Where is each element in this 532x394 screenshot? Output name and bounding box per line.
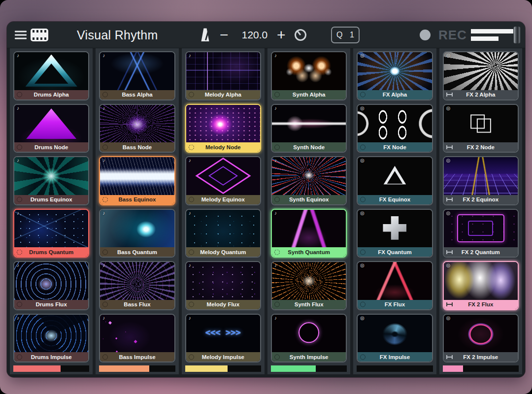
loop-circle-icon[interactable]: [274, 302, 280, 307]
loop-circle-icon[interactable]: [360, 197, 366, 202]
loop-circle-icon[interactable]: [189, 249, 194, 255]
clip-cell-fx2-flux[interactable]: ◎FX 2 Flux: [443, 261, 519, 310]
clip-cell-melody-impulse[interactable]: ♪Melody Impulse: [185, 314, 261, 363]
loop-circle-icon[interactable]: [360, 249, 366, 255]
clip-thumbnail-drums-impulse[interactable]: ♪: [14, 315, 88, 353]
hamburger-menu-icon[interactable]: [15, 31, 27, 39]
clip-thumbnail-drums-quantum[interactable]: ♪: [14, 210, 88, 248]
clip-cell-fx2-impulse[interactable]: ◎FX 2 Impulse: [443, 314, 519, 363]
loop-circle-icon[interactable]: [102, 249, 108, 255]
loop-circle-icon[interactable]: [360, 92, 366, 98]
clip-cell-drums-alpha[interactable]: ♪Drums Alpha: [13, 51, 89, 100]
ab-loop-icon[interactable]: [446, 355, 453, 359]
clip-thumbnail-synth-flux[interactable]: ♪: [272, 262, 346, 300]
clip-cell-bass-node[interactable]: ♪Bass Node: [99, 104, 175, 153]
clip-cell-fx-impulse[interactable]: ◎FX Impulse: [357, 314, 432, 363]
loop-circle-icon[interactable]: [189, 354, 194, 360]
clip-cell-melody-flux[interactable]: ♪Melody Flux: [185, 261, 261, 310]
clip-thumbnail-melody-flux[interactable]: ♪: [186, 262, 260, 300]
clip-cell-melody-alpha[interactable]: ♪Melody Alpha: [185, 51, 261, 100]
clip-cell-synth-impulse[interactable]: ♪Synth Impulse: [271, 314, 347, 363]
clip-thumbnail-fx2-node[interactable]: ◎: [444, 105, 518, 143]
loop-circle-icon[interactable]: [274, 197, 280, 202]
clip-thumbnail-drums-node[interactable]: ♪: [14, 105, 88, 143]
loop-circle-icon[interactable]: [17, 197, 22, 202]
loop-circle-icon[interactable]: [102, 302, 108, 307]
clip-thumbnail-synth-node[interactable]: ♪: [272, 105, 346, 143]
loop-circle-icon[interactable]: [102, 354, 108, 360]
clip-cell-drums-flux[interactable]: ♪Drums Flux: [13, 261, 89, 310]
loop-circle-icon[interactable]: [17, 92, 22, 98]
tap-tempo-dial-icon[interactable]: [295, 29, 306, 41]
loop-circle-icon[interactable]: [360, 144, 366, 150]
clip-cell-synth-node[interactable]: ♪Synth Node: [271, 104, 347, 153]
ab-loop-icon[interactable]: [446, 145, 453, 149]
clip-thumbnail-melody-quantum[interactable]: ♪: [186, 210, 260, 248]
clip-thumbnail-bass-node[interactable]: ♪: [100, 105, 174, 143]
film-clip-icon[interactable]: [31, 29, 48, 41]
clip-thumbnail-fx-node[interactable]: ◎: [358, 105, 432, 143]
clip-thumbnail-melody-impulse[interactable]: ♪: [186, 315, 260, 353]
clip-thumbnail-synth-alpha[interactable]: ♪: [272, 52, 346, 90]
clip-thumbnail-drums-equinox[interactable]: ♪: [14, 157, 88, 195]
clip-cell-fx-node[interactable]: ◎FX Node: [357, 104, 432, 153]
clip-thumbnail-melody-alpha[interactable]: ♪: [186, 52, 260, 90]
clip-cell-fx2-quantum[interactable]: ◎FX 2 Quantum: [443, 209, 519, 258]
clip-cell-fx2-alpha[interactable]: ◎FX 2 Alpha: [443, 51, 519, 100]
clip-cell-drums-equinox[interactable]: ♪Drums Equinox: [13, 156, 89, 205]
loop-circle-icon[interactable]: [274, 249, 280, 255]
clip-thumbnail-fx2-quantum[interactable]: ◎: [444, 210, 518, 248]
clip-thumbnail-fx2-impulse[interactable]: ◎: [444, 315, 518, 353]
clip-cell-drums-impulse[interactable]: ♪Drums Impulse: [13, 314, 89, 363]
clip-thumbnail-bass-equinox[interactable]: ♪: [100, 157, 174, 195]
clip-cell-fx-alpha[interactable]: ◎FX Alpha: [357, 51, 432, 100]
loop-circle-icon[interactable]: [17, 302, 22, 307]
clip-cell-synth-equinox[interactable]: ♪Synth Equinox: [271, 156, 347, 205]
loop-circle-icon[interactable]: [17, 249, 22, 255]
ab-loop-icon[interactable]: [446, 250, 453, 254]
clip-cell-melody-node[interactable]: ♪Melody Node: [185, 104, 261, 153]
loop-circle-icon[interactable]: [17, 144, 22, 150]
quantize-selector[interactable]: Q 1: [331, 27, 360, 43]
ab-loop-icon[interactable]: [446, 93, 453, 97]
clip-thumbnail-fx-quantum[interactable]: ◎: [358, 210, 432, 248]
metronome-icon[interactable]: [200, 28, 210, 41]
clip-cell-melody-quantum[interactable]: ♪Melody Quantum: [185, 209, 261, 258]
volume-fader[interactable]: [471, 27, 518, 43]
clip-thumbnail-melody-equinox[interactable]: ♪: [186, 157, 260, 195]
loop-circle-icon[interactable]: [360, 354, 366, 360]
clip-cell-synth-alpha[interactable]: ♪Synth Alpha: [271, 51, 347, 100]
loop-circle-icon[interactable]: [102, 197, 108, 202]
clip-cell-drums-node[interactable]: ♪Drums Node: [13, 104, 89, 153]
clip-thumbnail-synth-quantum[interactable]: ♪: [272, 210, 346, 248]
loop-circle-icon[interactable]: [360, 302, 366, 307]
clip-cell-fx2-equinox[interactable]: ◎FX 2 Equinox: [443, 156, 519, 205]
clip-thumbnail-bass-impulse[interactable]: ♪: [100, 315, 174, 353]
loop-circle-icon[interactable]: [189, 92, 194, 98]
loop-circle-icon[interactable]: [274, 144, 280, 150]
clip-cell-synth-flux[interactable]: ♪Synth Flux: [271, 261, 347, 310]
loop-circle-icon[interactable]: [102, 144, 108, 150]
loop-circle-icon[interactable]: [102, 92, 108, 98]
clip-cell-fx2-node[interactable]: ◎FX 2 Node: [443, 104, 519, 153]
clip-thumbnail-drums-alpha[interactable]: ♪: [14, 52, 88, 90]
loop-circle-icon[interactable]: [189, 302, 194, 307]
tempo-increase-button[interactable]: +: [277, 28, 286, 42]
clip-cell-melody-equinox[interactable]: ♪Melody Equinox: [185, 156, 261, 205]
clip-cell-synth-quantum[interactable]: ♪Synth Quantum: [271, 209, 347, 258]
loop-circle-icon[interactable]: [17, 354, 22, 360]
clip-thumbnail-melody-node[interactable]: ♪: [186, 105, 260, 143]
clip-thumbnail-fx2-flux[interactable]: ◎: [444, 262, 518, 300]
loop-circle-icon[interactable]: [189, 197, 194, 202]
ab-loop-icon[interactable]: [446, 302, 453, 306]
clip-thumbnail-fx-flux[interactable]: ◎: [358, 262, 432, 300]
clip-thumbnail-bass-alpha[interactable]: ♪: [100, 52, 174, 90]
clip-cell-bass-flux[interactable]: ♪Bass Flux: [99, 261, 175, 310]
clip-thumbnail-fx-equinox[interactable]: ◎: [358, 157, 432, 195]
tempo-decrease-button[interactable]: −: [220, 28, 229, 42]
clip-thumbnail-fx-impulse[interactable]: ◎: [358, 315, 432, 353]
clip-cell-bass-impulse[interactable]: ♪Bass Impulse: [99, 314, 175, 363]
clip-cell-fx-flux[interactable]: ◎FX Flux: [357, 261, 432, 310]
clip-cell-fx-equinox[interactable]: ◎FX Equinox: [357, 156, 432, 205]
clip-thumbnail-bass-quantum[interactable]: ♪: [100, 210, 174, 248]
